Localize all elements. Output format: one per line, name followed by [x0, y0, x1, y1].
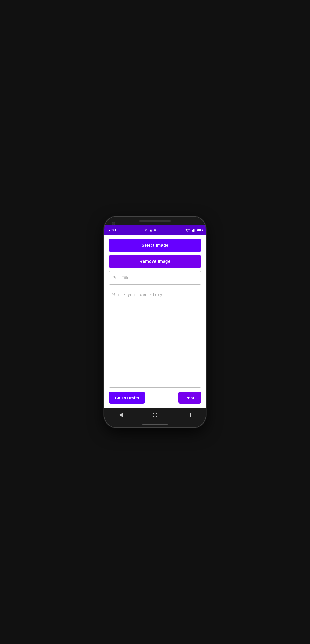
- post-title-input[interactable]: [109, 271, 201, 285]
- gear-icon: ⚙: [145, 228, 148, 232]
- remove-image-button[interactable]: Remove Image: [109, 255, 201, 268]
- at-icon: ⊗: [154, 228, 156, 232]
- back-icon: [119, 412, 123, 418]
- status-left-icons: ⚙ ▣ ⊗: [145, 228, 156, 232]
- select-image-button[interactable]: Select Image: [109, 239, 201, 252]
- phone-frame: 7:03 ⚙ ▣ ⊗: [104, 217, 206, 427]
- screen-content: Select Image Remove Image Go To Drafts P…: [104, 235, 206, 408]
- post-button[interactable]: Post: [178, 392, 201, 404]
- recents-button[interactable]: [184, 410, 194, 420]
- status-bar: 7:03 ⚙ ▣ ⊗: [104, 225, 206, 235]
- nav-bar: [104, 408, 206, 422]
- signal-icon: [191, 229, 195, 232]
- status-time: 7:03: [109, 228, 116, 232]
- bottom-actions: Go To Drafts Post: [109, 391, 201, 404]
- wifi-icon: [185, 229, 190, 232]
- status-right-icons: [185, 229, 201, 232]
- home-button[interactable]: [150, 410, 160, 420]
- go-to-drafts-button[interactable]: Go To Drafts: [109, 392, 145, 404]
- recents-icon: [187, 413, 191, 417]
- story-textarea[interactable]: [109, 288, 201, 388]
- battery-icon: [197, 229, 201, 231]
- back-button[interactable]: [116, 410, 126, 420]
- sim-icon: ▣: [149, 228, 152, 232]
- bottom-indicator: [142, 424, 168, 425]
- bottom-bar: [104, 422, 206, 427]
- home-icon: [153, 413, 157, 417]
- camera: [112, 222, 115, 225]
